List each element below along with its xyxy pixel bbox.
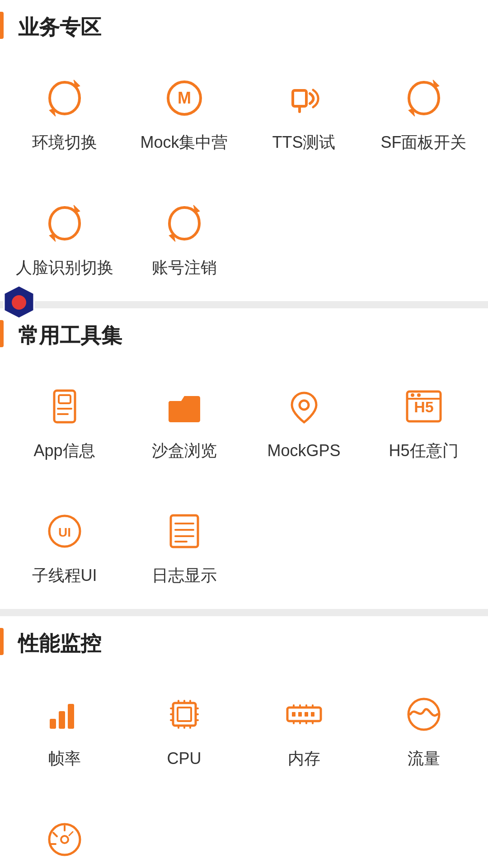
account-cancel-item[interactable]: 账号注销 <box>124 185 244 292</box>
mock-camp-label: Mock集中营 <box>140 132 228 153</box>
mock-gps-label: MockGPS <box>267 440 340 462</box>
svg-text:M: M <box>178 89 191 107</box>
env-switch-item[interactable]: 环境切换 <box>5 60 124 167</box>
fps-label: 帧率 <box>48 748 81 769</box>
account-cancel-icon <box>160 198 209 248</box>
mock-camp-item[interactable]: M Mock集中营 <box>124 60 244 167</box>
env-switch-label: 环境切换 <box>32 132 97 153</box>
svg-rect-2 <box>293 90 306 106</box>
log-display-item[interactable]: 日志显示 <box>124 493 244 600</box>
memory-item[interactable]: 内存 <box>244 676 364 783</box>
tts-test-icon <box>279 73 329 123</box>
fps-item[interactable]: 帧率 <box>5 676 124 783</box>
cpu-label: CPU <box>167 748 201 769</box>
app-info-icon <box>40 382 89 431</box>
thread-ui-item[interactable]: UI 子线程UI <box>5 493 124 600</box>
env-switch-icon <box>40 73 89 123</box>
logo-badge <box>0 283 38 322</box>
traffic-label: 流量 <box>408 748 440 769</box>
performance-title: 性能监控 <box>18 630 101 658</box>
svg-rect-42 <box>292 712 296 717</box>
svg-point-16 <box>417 393 421 397</box>
memory-label: 内存 <box>288 748 320 769</box>
log-display-label: 日志显示 <box>152 565 217 586</box>
svg-rect-25 <box>59 711 65 729</box>
svg-point-11 <box>300 401 309 410</box>
performance-header: 性能监控 <box>0 616 488 667</box>
business-grid-row1: 环境切换 M Mock集中营 TTS测试 <box>0 51 488 176</box>
divider-2 <box>0 609 488 616</box>
svg-rect-27 <box>173 703 196 726</box>
sf-panel-label: SF面板开关 <box>380 132 466 153</box>
svg-rect-24 <box>50 719 56 729</box>
svg-rect-43 <box>298 712 302 717</box>
sf-panel-item[interactable]: SF面板开关 <box>364 60 483 167</box>
h5-gate-label: H5任意门 <box>389 440 458 462</box>
svg-text:H5: H5 <box>414 398 433 415</box>
tools-header: 常用工具集 <box>0 308 488 359</box>
divider-1 <box>0 301 488 308</box>
sandbox-browse-label: 沙盒浏览 <box>152 440 217 462</box>
mock-gps-item[interactable]: MockGPS <box>244 368 364 475</box>
traffic-item[interactable]: 流量 <box>364 676 483 783</box>
svg-rect-28 <box>178 708 191 721</box>
svg-rect-8 <box>59 395 70 403</box>
thread-ui-label: 子线程UI <box>32 565 97 586</box>
mock-gps-icon <box>279 382 329 431</box>
tools-grid-row1: App信息 沙盒浏览 MockGPS <box>0 359 488 484</box>
tools-grid-row2: UI 子线程UI 日志显示 <box>0 484 488 609</box>
face-switch-icon <box>40 198 89 248</box>
app-info-label: App信息 <box>33 440 95 462</box>
svg-point-15 <box>411 393 414 397</box>
business-title: 业务专区 <box>18 14 101 42</box>
sandbox-browse-item[interactable]: 沙盒浏览 <box>124 368 244 475</box>
custom-icon <box>40 815 89 864</box>
tts-test-label: TTS测试 <box>272 132 336 153</box>
custom-item[interactable]: 自定义 <box>5 801 124 868</box>
business-header: 业务专区 <box>0 0 488 51</box>
business-section: 业务专区 环境切换 M Mock集中营 <box>0 0 488 301</box>
svg-point-56 <box>61 836 68 843</box>
svg-rect-44 <box>305 712 308 717</box>
thread-ui-icon: UI <box>40 506 89 556</box>
cpu-item[interactable]: CPU <box>124 676 244 783</box>
tools-section: 常用工具集 App信息 沙盒浏览 <box>0 308 488 609</box>
tts-test-item[interactable]: TTS测试 <box>244 60 364 167</box>
svg-point-5 <box>12 295 26 310</box>
performance-grid-row1: 帧率 <box>0 667 488 792</box>
sf-panel-icon <box>399 73 449 123</box>
sandbox-browse-icon <box>160 382 209 431</box>
face-switch-label: 人脸识别切换 <box>16 257 113 278</box>
memory-icon <box>279 689 329 739</box>
app-info-item[interactable]: App信息 <box>5 368 124 475</box>
h5-gate-item[interactable]: H5 H5任意门 <box>364 368 483 475</box>
business-grid-row2: 人脸识别切换 账号注销 <box>0 176 488 301</box>
cpu-icon <box>160 689 209 739</box>
svg-rect-26 <box>68 704 74 729</box>
mock-camp-icon: M <box>160 73 209 123</box>
tools-title: 常用工具集 <box>18 322 122 350</box>
traffic-icon <box>399 689 449 739</box>
face-switch-item[interactable]: 人脸识别切换 <box>5 185 124 292</box>
performance-section: 性能监控 帧率 <box>0 616 488 868</box>
h5-gate-icon: H5 <box>399 382 449 431</box>
account-cancel-label: 账号注销 <box>152 257 217 278</box>
svg-point-54 <box>408 699 439 730</box>
log-display-icon <box>160 506 209 556</box>
svg-text:UI: UI <box>58 525 71 539</box>
performance-grid-row2: 自定义 <box>0 792 488 868</box>
fps-icon <box>40 689 89 739</box>
svg-rect-45 <box>311 712 314 717</box>
